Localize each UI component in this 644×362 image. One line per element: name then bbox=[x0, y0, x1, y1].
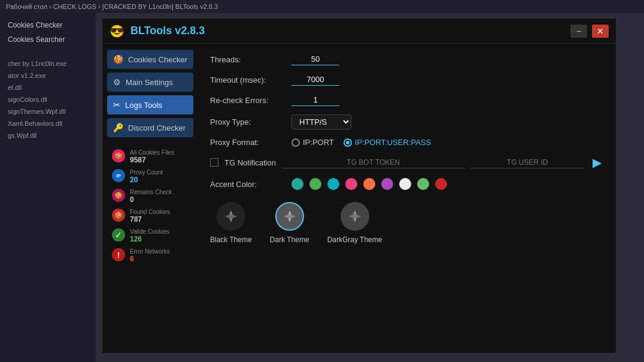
accent-color-options bbox=[291, 178, 447, 190]
black-theme-icon bbox=[217, 202, 245, 231]
app-title: BLTools v2.8.3 bbox=[130, 25, 570, 37]
breadcrumb: Рабочий стол › CHECK LOGS › [CRACKED BY … bbox=[0, 0, 644, 13]
accent-color-row: Accent Color: bbox=[210, 178, 604, 190]
found-cookies-icon: 🍪 bbox=[112, 209, 125, 222]
tg-user-id-input[interactable] bbox=[470, 157, 584, 168]
accent-dark-red[interactable] bbox=[435, 178, 447, 190]
radio-ip-port-user-pass[interactable]: IP:PORT:USER:PASS bbox=[344, 138, 431, 147]
dark-theme-option[interactable]: Dark Theme bbox=[270, 202, 309, 244]
black-theme-option[interactable]: Black Theme bbox=[210, 202, 252, 244]
recheck-input[interactable] bbox=[291, 94, 339, 106]
app-logo-icon: 😎 bbox=[110, 24, 124, 38]
left-panel: Cookies Checker Cookies Searcher cher by… bbox=[0, 13, 96, 362]
valid-cookies-icon: ✓ bbox=[112, 228, 125, 242]
left-file-3: signColors.dll bbox=[5, 95, 91, 104]
stat-valid-cookies: ✓ Valide Cookies 126 bbox=[112, 228, 189, 243]
left-panel-cookies-searcher[interactable]: Cookies Searcher bbox=[5, 34, 91, 46]
radio-ip-port-dot bbox=[291, 138, 300, 147]
threads-row: Threads: bbox=[210, 53, 604, 65]
main-content: Threads: Timeout (msec): Re-check Errors… bbox=[198, 44, 616, 353]
stat-all-cookies: 🍪 All Cookies Files 9587 bbox=[112, 149, 189, 164]
tg-notification-label: TG Notification bbox=[224, 158, 276, 167]
tg-notification-row: TG Notification ▶ bbox=[210, 155, 604, 170]
accent-white[interactable] bbox=[399, 178, 411, 190]
accent-light-green[interactable] bbox=[417, 178, 429, 190]
logs-tools-icon: ✂ bbox=[113, 100, 120, 110]
accent-pink[interactable] bbox=[345, 178, 357, 190]
stat-error-networks: ! Error Networks 6 bbox=[112, 248, 189, 263]
proxy-count-icon: IP bbox=[112, 169, 125, 182]
discord-checker-icon: 🔑 bbox=[113, 123, 123, 132]
nav-logs-tools[interactable]: ✂ Logs Tools bbox=[107, 95, 193, 114]
left-file-2: et.dll bbox=[5, 83, 91, 92]
left-file-5: Xaml.Behaviors.dll bbox=[5, 119, 91, 128]
stat-remains-check: 🍪 Remains Check 0 bbox=[112, 189, 189, 204]
accent-purple[interactable] bbox=[381, 178, 393, 190]
accent-orange[interactable] bbox=[363, 178, 375, 190]
title-bar: 😎 BLTools v2.8.3 − ✕ bbox=[102, 19, 616, 44]
stats-area: 🍪 All Cookies Files 9587 IP Proxy Count … bbox=[107, 143, 193, 269]
timeout-row: Timeout (msec): bbox=[210, 74, 604, 86]
stat-found-cookies: 🍪 Found Cookies 787 bbox=[112, 209, 189, 224]
main-settings-icon: ⚙ bbox=[113, 77, 121, 87]
minimize-button[interactable]: − bbox=[570, 25, 587, 38]
darkgray-theme-icon bbox=[341, 202, 369, 231]
accent-cyan[interactable] bbox=[327, 178, 339, 190]
radio-ip-port[interactable]: IP:PORT bbox=[291, 138, 334, 147]
nav-cookies-checker[interactable]: 🍪 Cookies Checker bbox=[107, 50, 193, 69]
title-bar-controls: − ✕ bbox=[570, 25, 609, 38]
tg-notification-checkbox[interactable] bbox=[210, 158, 218, 167]
all-cookies-icon: 🍪 bbox=[112, 149, 125, 162]
proxy-type-row: Proxy Type: HTTP/S SOCKS4 SOCKS5 NONE bbox=[210, 114, 604, 129]
accent-green[interactable] bbox=[309, 178, 321, 190]
timeout-input[interactable] bbox=[291, 74, 339, 86]
left-file-4: signThemes.Wpf.dll bbox=[5, 107, 91, 116]
error-networks-icon: ! bbox=[112, 248, 125, 261]
recheck-row: Re-check Errors: bbox=[210, 94, 604, 106]
darkgray-theme-option[interactable]: DarkGray Theme bbox=[327, 202, 382, 244]
accent-teal[interactable] bbox=[291, 178, 303, 190]
proxy-format-radio-group: IP:PORT IP:PORT:USER:PASS bbox=[291, 138, 431, 147]
threads-input[interactable] bbox=[291, 53, 339, 65]
send-tg-button[interactable]: ▶ bbox=[590, 155, 604, 170]
nav-discord-checker[interactable]: 🔑 Discord Checker bbox=[107, 118, 193, 137]
stat-proxy-count: IP Proxy Count 20 bbox=[112, 169, 189, 184]
left-panel-cookies-checker[interactable]: Cookies Checker bbox=[5, 19, 91, 31]
nav-main-settings[interactable]: ⚙ Main Settings bbox=[107, 73, 193, 92]
remains-check-icon: 🍪 bbox=[112, 189, 125, 202]
radio-ip-port-user-pass-dot bbox=[344, 138, 352, 147]
proxy-type-select[interactable]: HTTP/S SOCKS4 SOCKS5 NONE bbox=[291, 114, 351, 129]
cookies-checker-icon: 🍪 bbox=[113, 55, 123, 64]
app-window: 😎 BLTools v2.8.3 − ✕ 🍪 Cookies Checker ⚙… bbox=[102, 18, 616, 354]
proxy-format-row: Proxy Format: IP:PORT IP:PORT:USER:PASS bbox=[210, 138, 604, 147]
app-body: 🍪 Cookies Checker ⚙ Main Settings ✂ Logs… bbox=[102, 44, 616, 353]
theme-section: Black Theme Dark Theme bbox=[210, 202, 604, 244]
dark-theme-icon bbox=[275, 202, 304, 231]
tg-bot-token-input[interactable] bbox=[282, 157, 464, 168]
close-button[interactable]: ✕ bbox=[592, 25, 609, 38]
nav-sidebar: 🍪 Cookies Checker ⚙ Main Settings ✂ Logs… bbox=[102, 44, 198, 353]
left-file-0: cher by L1nc0ln.exe bbox=[5, 59, 91, 68]
left-file-1: ator v1.2.exe bbox=[5, 71, 91, 80]
left-file-6: gs.Wpf.dll bbox=[5, 131, 91, 140]
